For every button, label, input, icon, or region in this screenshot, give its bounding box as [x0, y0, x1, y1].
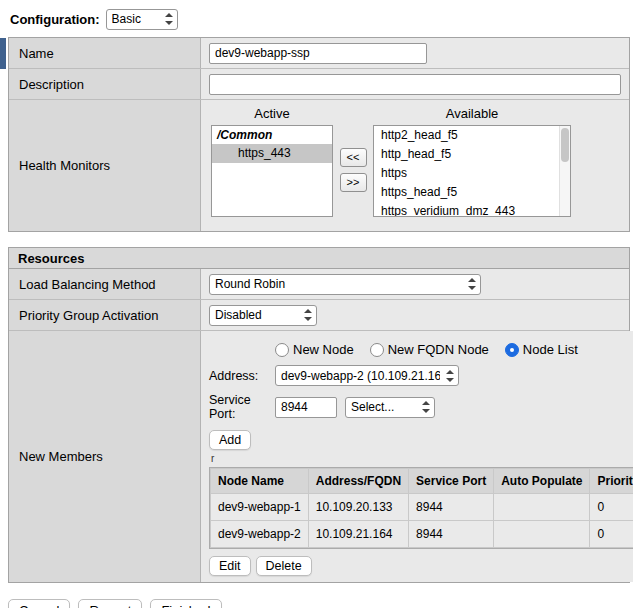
address-label: Address:: [209, 369, 275, 383]
members-table: Node Name Address/FQDN Service Port Auto…: [209, 467, 633, 549]
load-balancing-row: Load Balancing Method Round Robin: [9, 269, 629, 300]
resources-section-header: Resources: [8, 247, 630, 268]
available-list-header: Available: [373, 106, 571, 122]
new-members-row: New Members New Node New FQDN Node Node …: [9, 331, 629, 582]
member-auto-populate: [494, 494, 589, 520]
health-monitors-row: Health Monitors Active /Common https_443…: [9, 100, 629, 231]
configuration-label: Configuration:: [10, 12, 100, 27]
health-monitors-label: Health Monitors: [9, 100, 201, 231]
repeat-button[interactable]: Repeat: [78, 599, 142, 608]
form-footer: Cancel Repeat Finished: [8, 599, 633, 608]
scrollbar-thumb[interactable]: [561, 128, 569, 162]
new-members-label: New Members: [9, 331, 201, 582]
radio-node-list[interactable]: Node List: [505, 342, 578, 357]
priority-group-select[interactable]: Disabled: [209, 305, 317, 326]
column-header-node-name: Node Name: [211, 469, 308, 493]
member-address: 10.109.20.133: [309, 494, 408, 520]
available-monitor-item[interactable]: https: [374, 164, 570, 183]
member-row[interactable]: dev9-webapp-1 10.109.20.133 8944 0: [211, 494, 633, 520]
move-to-active-button[interactable]: <<: [340, 148, 367, 167]
active-list-header: Active: [211, 106, 333, 122]
available-monitors-listbox[interactable]: http2_head_f5 http_head_f5 https https_h…: [373, 125, 571, 217]
active-monitor-item[interactable]: https_443: [212, 144, 332, 163]
active-monitor-group[interactable]: /Common: [212, 126, 332, 144]
member-priority: 0: [590, 494, 633, 520]
required-field-indicator: [0, 38, 6, 69]
member-node-name: dev9-webapp-1: [211, 494, 308, 520]
radio-new-fqdn-node-label: New FQDN Node: [388, 342, 489, 357]
column-header-priority: Priority: [590, 469, 633, 493]
available-monitor-item[interactable]: https_veridium_dmz_443: [374, 202, 570, 217]
member-service-port: 8944: [409, 494, 493, 520]
column-header-address: Address/FQDN: [309, 469, 408, 493]
active-monitors-listbox[interactable]: /Common https_443: [211, 125, 333, 217]
column-header-auto-populate: Auto Populate: [494, 469, 589, 493]
pool-configuration-page: Configuration: Basic Name Description He…: [0, 0, 633, 608]
available-monitor-item[interactable]: http2_head_f5: [374, 126, 570, 145]
member-auto-populate: [494, 521, 589, 547]
name-label: Name: [9, 38, 201, 68]
configuration-select[interactable]: Basic: [106, 9, 178, 30]
member-service-port: 8944: [409, 521, 493, 547]
description-input[interactable]: [209, 74, 621, 95]
member-address: 10.109.21.164: [309, 521, 408, 547]
finished-button[interactable]: Finished: [150, 599, 221, 608]
radio-new-node[interactable]: New Node: [275, 342, 354, 357]
address-select[interactable]: dev9-webapp-2 (10.109.21.164): [275, 365, 459, 386]
add-button[interactable]: Add: [209, 430, 251, 450]
radio-new-fqdn-node[interactable]: New FQDN Node: [370, 342, 489, 357]
scrollbar-track[interactable]: [559, 126, 570, 216]
radio-node-list-label: Node List: [523, 342, 578, 357]
load-balancing-select[interactable]: Round Robin: [209, 274, 481, 295]
move-to-available-button[interactable]: >>: [340, 173, 367, 192]
members-table-header-row: Node Name Address/FQDN Service Port Auto…: [211, 469, 633, 493]
name-row: Name: [9, 38, 629, 69]
member-row[interactable]: dev9-webapp-2 10.109.21.164 8944 0: [211, 521, 633, 547]
service-port-input[interactable]: [275, 397, 337, 418]
edit-button[interactable]: Edit: [209, 556, 251, 576]
cancel-button[interactable]: Cancel: [8, 599, 70, 608]
radio-button-icon[interactable]: [275, 343, 289, 357]
available-monitor-item[interactable]: https_head_f5: [374, 183, 570, 202]
service-port-label: Service Port:: [209, 393, 275, 421]
general-properties-table: Name Description Health Monitors Active …: [8, 37, 630, 232]
member-type-radio-group: New Node New FQDN Node Node List: [275, 341, 633, 358]
member-priority: 0: [590, 521, 633, 547]
delete-button[interactable]: Delete: [256, 556, 312, 576]
stray-text: r: [211, 453, 633, 465]
configuration-bar: Configuration: Basic: [0, 0, 633, 37]
description-label: Description: [9, 69, 201, 99]
name-input[interactable]: [209, 43, 427, 64]
description-row: Description: [9, 69, 629, 100]
load-balancing-label: Load Balancing Method: [9, 269, 201, 299]
radio-button-icon[interactable]: [505, 343, 519, 357]
available-monitor-item[interactable]: http_head_f5: [374, 145, 570, 164]
radio-button-icon[interactable]: [370, 343, 384, 357]
resources-table: Load Balancing Method Round Robin Priori…: [8, 268, 630, 583]
port-preset-select[interactable]: Select...: [345, 397, 435, 418]
radio-new-node-label: New Node: [293, 342, 354, 357]
member-node-name: dev9-webapp-2: [211, 521, 308, 547]
priority-group-label: Priority Group Activation: [9, 300, 201, 330]
priority-group-row: Priority Group Activation Disabled: [9, 300, 629, 331]
column-header-service-port: Service Port: [409, 469, 493, 493]
